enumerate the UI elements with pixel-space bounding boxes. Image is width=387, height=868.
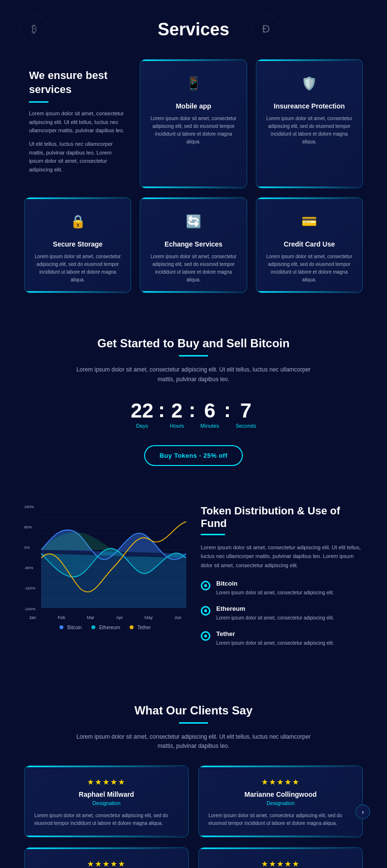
reviewer-name-1: Raphael Millward	[34, 790, 179, 798]
exchange-title: Echange Services	[149, 240, 238, 248]
secure-storage-icon: 🔒	[66, 209, 90, 233]
insurance-icon: 🛡️	[297, 71, 321, 95]
service-card-exchange: 🔄 Echange Services Lorem ipsum dolor sit…	[140, 197, 247, 293]
tether-dot	[201, 631, 210, 641]
testimonials-grid: › ★★★★★ Raphael Millward Designation Lor…	[24, 765, 363, 868]
bitcoin-section: Get Started to Buy and Sell Bitcoin Lore…	[0, 312, 387, 480]
bitcoin-legend-dot	[60, 625, 63, 629]
days-label: Days	[131, 423, 153, 429]
chart-legend: Bitcoin Ethereum Tether	[24, 625, 186, 630]
intro-underline	[29, 101, 48, 103]
token-item-bitcoin: Bitcoin Lorem ipsum dolor sit amet, cons…	[201, 580, 363, 596]
credit-card-icon: 💳	[297, 209, 321, 233]
legend-ethereum: Ethereum	[91, 625, 120, 630]
services-intro: We ensure best services Lorem ipsum dolo…	[24, 59, 131, 188]
testimonials-desc: Lorem ipsum dolor sit amet, consectetur …	[73, 732, 314, 751]
countdown-days: 22 Days	[131, 401, 153, 429]
legend-tether: Tether	[130, 625, 150, 630]
tether-text: Lorem ipsum dolor sit amet, consectetur …	[216, 639, 334, 647]
service-card-secure-storage: 🔒 Secure Storage Lorem ipsum dolor sit a…	[24, 197, 131, 293]
minutes-value: 6	[200, 401, 219, 421]
legend-bitcoin: Bitcoin	[60, 625, 82, 630]
ethereum-legend-dot	[91, 625, 95, 629]
services-section: We ensure best services Lorem ipsum dolo…	[0, 49, 387, 312]
separator-1: :	[158, 399, 165, 422]
intro-para-2: Ut elit tellus, luctus nec ullamcorper m…	[29, 140, 126, 174]
reviewer-name-2: Marianne Collingwood	[208, 790, 353, 798]
separator-2: :	[189, 399, 195, 422]
tether-name: Tether	[216, 630, 334, 637]
insurance-title: Insureance Protection	[265, 102, 354, 110]
minutes-label: Minutes	[200, 423, 219, 429]
stars-1: ★★★★★	[34, 777, 179, 787]
testimonial-card-2: ★★★★★ Marianne Collingwood Designation L…	[198, 765, 363, 837]
separator-3: :	[224, 399, 231, 422]
crypto-icon-left: ₿	[19, 15, 48, 44]
seconds-value: 7	[236, 401, 256, 421]
buy-tokens-button[interactable]: Buy Tokens - 25% off	[144, 445, 243, 466]
ethereum-name: Ethereum	[216, 605, 334, 612]
token-title: Token Distribution & Use of Fund	[201, 505, 363, 530]
service-card-credit-card: 💳 Credit Card Use Lorem ipsum dolor sit …	[256, 197, 363, 293]
review-text-1: Lorem ipsum dolor sit amet, consectetur …	[34, 812, 179, 827]
bitcoin-section-title: Get Started to Buy and Sell Bitcoin	[39, 337, 348, 350]
countdown: 22 Days : 2 Hours : 6 Minutes : 7 Second…	[39, 399, 348, 431]
hours-label: Hours	[170, 423, 184, 429]
tether-legend-dot	[130, 625, 134, 629]
testimonial-card-1: ★★★★★ Raphael Millward Designation Lorem…	[24, 765, 189, 837]
review-text-2: Lorem ipsum dolor sit amet, consectetur …	[208, 812, 353, 827]
hours-value: 2	[170, 401, 184, 421]
credit-card-desc: Lorem ipsum dolor sit amet, consectetur …	[265, 253, 354, 284]
services-grid: We ensure best services Lorem ipsum dolo…	[24, 59, 363, 293]
service-card-insurance: 🛡️ Insureance Protection Lorem ipsum dol…	[256, 59, 363, 188]
bitcoin-dot	[201, 581, 210, 590]
intro-para-1: Lorem ipsum dolor sit amet, consectetur …	[29, 109, 126, 135]
token-item-tether: Tether Lorem ipsum dolor sit amet, conse…	[201, 630, 363, 647]
chart-wrapper: 160% 80% 0% -80% -160% -240%	[24, 505, 186, 613]
page-header: ₿ Ð Services	[0, 0, 387, 49]
stars-3: ★★★★★	[34, 859, 179, 868]
token-section: 160% 80% 0% -80% -160% -240%	[0, 480, 387, 680]
testimonials-next-arrow[interactable]: ›	[356, 805, 370, 819]
bitcoin-name: Bitcoin	[216, 580, 334, 587]
insurance-desc: Lorem ipsum dolor sit amet, consectetur …	[265, 115, 354, 146]
crypto-icon-right: Ð	[252, 15, 281, 44]
token-chart	[41, 505, 186, 611]
secure-storage-title: Secure Storage	[33, 240, 122, 248]
reviewer-designation-2: Designation	[208, 800, 353, 806]
chart-x-labels: Jan Feb Mar Apr May Jun	[24, 615, 186, 620]
seconds-label: Seconds	[236, 423, 256, 429]
service-card-mobile-app: 📱 Mobile app Lorem ipsum dolor sit amet,…	[140, 59, 247, 188]
chart-area: 160% 80% 0% -80% -160% -240%	[24, 505, 186, 630]
countdown-minutes: 6 Minutes	[200, 401, 219, 429]
days-value: 22	[131, 401, 153, 421]
testimonials-underline	[179, 722, 208, 724]
stars-4: ★★★★★	[208, 859, 353, 868]
stars-2: ★★★★★	[208, 777, 353, 787]
credit-card-title: Credit Card Use	[265, 240, 354, 248]
reviewer-designation-1: Designation	[34, 800, 179, 806]
bitcoin-section-desc: Lorem ipsum dolor sit amet, consectetur …	[73, 365, 314, 384]
testimonials-section: What Our Clients Say Lorem ipsum dolor s…	[0, 680, 387, 868]
exchange-desc: Lorem ipsum dolor sit amet, consectetur …	[149, 253, 238, 284]
testimonial-card-3: ★★★★★ Cherie Akerman Designation Lorem i…	[24, 847, 189, 868]
exchange-icon: 🔄	[181, 209, 206, 233]
ethereum-dot	[201, 606, 210, 616]
mobile-app-desc: Lorem ipsum dolor sit amet, consectetur …	[149, 115, 238, 146]
token-desc: Lorem ipsum dolor sit amet, consectetur …	[201, 543, 363, 570]
secure-storage-desc: Lorem ipsum dolor sit amet, consectetur …	[33, 253, 122, 284]
bitcoin-text: Lorem ipsum dolor sit amet, consectetur …	[216, 589, 334, 596]
token-item-ethereum: Ethereum Lorem ipsum dolor sit amet, con…	[201, 605, 363, 621]
bitcoin-underline	[179, 355, 208, 356]
mobile-app-icon: 📱	[181, 71, 206, 95]
mobile-app-title: Mobile app	[149, 102, 238, 110]
testimonial-card-4: ★★★★★ Kenyon Cole Designation Lorem ipsu…	[198, 847, 363, 868]
ethereum-text: Lorem ipsum dolor sit amet, consectetur …	[216, 614, 334, 621]
token-underline	[201, 534, 225, 535]
services-heading: We ensure best services	[29, 69, 126, 96]
chart-y-labels: 160% 80% 0% -80% -160% -240%	[24, 505, 35, 611]
testimonials-title: What Our Clients Say	[24, 704, 363, 717]
token-info: Token Distribution & Use of Fund Lorem i…	[201, 505, 363, 655]
countdown-seconds: 7 Seconds	[236, 401, 256, 429]
countdown-hours: 2 Hours	[170, 401, 184, 429]
